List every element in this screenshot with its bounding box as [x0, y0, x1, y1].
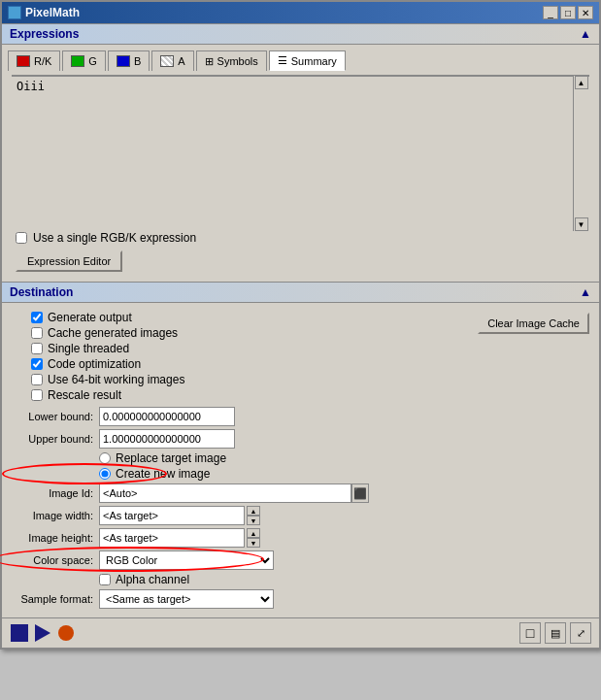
destination-collapse-arrow[interactable]: ▲	[580, 285, 591, 299]
image-height-row: Image height: ▲ ▼	[12, 528, 589, 548]
create-new-label: Create new image	[116, 467, 210, 481]
image-width-input[interactable]	[99, 506, 245, 525]
image-width-spinner-btns: ▲ ▼	[247, 506, 260, 525]
image-width-row: Image width: ▲ ▼	[12, 506, 589, 525]
tab-rk-label: R/K	[34, 55, 51, 67]
play-icon	[35, 624, 50, 642]
image-width-up-button[interactable]: ▲	[247, 506, 260, 516]
a-color-box	[160, 55, 174, 67]
tab-a[interactable]: A	[151, 50, 193, 71]
bottom-bar: □ ▤ ⤢	[2, 617, 599, 648]
single-rgb-row: Use a single RGB/K expression	[8, 231, 593, 245]
expression-editor-button[interactable]: Expression Editor	[16, 250, 122, 272]
play-button[interactable]	[33, 623, 52, 643]
tab-g[interactable]: G	[62, 50, 106, 71]
editor-btn-row: Expression Editor	[8, 250, 593, 272]
replace-target-row: Replace target image	[12, 451, 589, 465]
image-height-down-button[interactable]: ▼	[247, 538, 260, 548]
rescale-result-checkbox[interactable]	[31, 389, 43, 401]
expressions-section-label: Expressions	[10, 27, 79, 41]
tab-b[interactable]: B	[108, 50, 150, 71]
destination-top-row: Generate output Cache generated images S…	[12, 309, 589, 404]
image-height-spinner-btns: ▲ ▼	[247, 528, 260, 548]
app-icon	[8, 6, 21, 19]
cache-images-checkbox[interactable]	[31, 327, 43, 339]
scroll-up-arrow[interactable]: ▲	[575, 76, 588, 89]
main-window: PixelMath _ □ ✕ Expressions ▲ R/K G B	[0, 0, 601, 650]
generate-output-row: Generate output	[12, 311, 468, 324]
record-button[interactable]	[56, 623, 76, 643]
cache-images-row: Cache generated images	[12, 326, 468, 340]
title-controls: _ □ ✕	[543, 6, 593, 19]
maximize-button[interactable]: □	[560, 6, 576, 19]
image-height-input[interactable]	[99, 528, 245, 548]
alpha-channel-row: Alpha channel	[12, 573, 589, 586]
stop-icon	[11, 624, 28, 642]
stop-button[interactable]	[10, 623, 29, 643]
expand-icon: ⤢	[577, 627, 585, 640]
scroll-down-arrow[interactable]: ▼	[575, 217, 588, 231]
generate-output-checkbox[interactable]	[31, 312, 43, 323]
save-button[interactable]: ▤	[545, 622, 566, 644]
use-64bit-checkbox[interactable]	[31, 374, 43, 385]
create-new-radio[interactable]	[99, 468, 111, 480]
sample-format-row: Sample format: <Same as target> 8-bit in…	[12, 589, 589, 609]
expressions-section-header: Expressions ▲	[2, 23, 599, 45]
title-bar-left: PixelMath	[8, 6, 80, 19]
code-optimization-checkbox[interactable]	[31, 358, 43, 370]
upper-bound-label: Upper bound:	[12, 433, 99, 445]
alpha-channel-checkbox[interactable]	[99, 574, 111, 585]
image-id-input[interactable]	[99, 483, 351, 503]
close-button[interactable]: ✕	[578, 6, 593, 19]
image-id-delete-button[interactable]: ⬛	[351, 483, 369, 503]
minimize-button[interactable]: _	[543, 6, 558, 19]
destination-section-header: Destination ▲	[2, 282, 599, 303]
summary-icon: ☰	[278, 54, 287, 67]
image-id-input-row: ⬛	[99, 483, 369, 503]
sample-format-select[interactable]: <Same as target> 8-bit integer 16-bit in…	[99, 589, 274, 609]
expression-input[interactable]: Oiii	[13, 76, 573, 231]
expression-tabs: R/K G B A ⊞ Symbols ☰ Summary	[8, 50, 593, 71]
image-id-label: Image Id:	[12, 487, 99, 499]
b-color-box	[117, 55, 130, 67]
image-height-up-button[interactable]: ▲	[247, 528, 260, 538]
single-threaded-row: Single threaded	[12, 342, 468, 355]
use-64bit-row: Use 64-bit working images	[12, 373, 468, 386]
tab-rk[interactable]: R/K	[8, 50, 60, 71]
tab-summary-label: Summary	[291, 55, 337, 67]
image-height-spinner: ▲ ▼	[99, 528, 260, 548]
generate-output-label: Generate output	[48, 311, 132, 324]
color-space-label: Color space:	[12, 554, 99, 566]
color-space-select-wrap: RGB Color Grayscale CIEXYZ CIELab CIELch	[99, 550, 274, 570]
single-rgb-checkbox[interactable]	[16, 232, 27, 244]
save-icon: ▤	[551, 627, 560, 640]
single-threaded-checkbox[interactable]	[31, 343, 43, 354]
g-color-box	[71, 55, 84, 67]
upper-bound-row: Upper bound:	[12, 429, 589, 449]
expressions-collapse-arrow[interactable]: ▲	[580, 27, 591, 41]
lower-bound-input[interactable]	[99, 407, 235, 426]
clear-image-cache-button[interactable]: Clear Image Cache	[478, 313, 589, 334]
single-rgb-label: Use a single RGB/K expression	[33, 231, 196, 245]
upper-bound-input[interactable]	[99, 429, 235, 449]
color-space-select[interactable]: RGB Color Grayscale CIEXYZ CIELab CIELch	[99, 550, 274, 570]
tab-symbols[interactable]: ⊞ Symbols	[196, 50, 267, 71]
destination-checkboxes: Generate output Cache generated images S…	[12, 309, 468, 404]
window-title: PixelMath	[25, 6, 80, 19]
color-space-row: Color space: RGB Color Grayscale CIEXYZ …	[12, 550, 589, 570]
record-icon	[58, 625, 74, 641]
tab-symbols-label: Symbols	[217, 55, 258, 67]
expand-button[interactable]: ⤢	[570, 622, 591, 644]
replace-target-radio[interactable]	[99, 452, 111, 464]
new-instance-icon: □	[526, 625, 534, 641]
expression-scrollbar: ▲ ▼	[573, 76, 588, 231]
image-width-down-button[interactable]: ▼	[247, 516, 260, 525]
tab-summary[interactable]: ☰ Summary	[269, 50, 346, 71]
new-instance-button[interactable]: □	[519, 622, 541, 644]
single-threaded-label: Single threaded	[48, 342, 129, 355]
image-height-label: Image height:	[12, 532, 99, 544]
expressions-content: R/K G B A ⊞ Symbols ☰ Summary	[2, 45, 599, 282]
symbols-icon: ⊞	[205, 55, 214, 68]
rescale-result-label: Rescale result	[48, 388, 121, 402]
sample-format-label: Sample format:	[12, 593, 99, 605]
